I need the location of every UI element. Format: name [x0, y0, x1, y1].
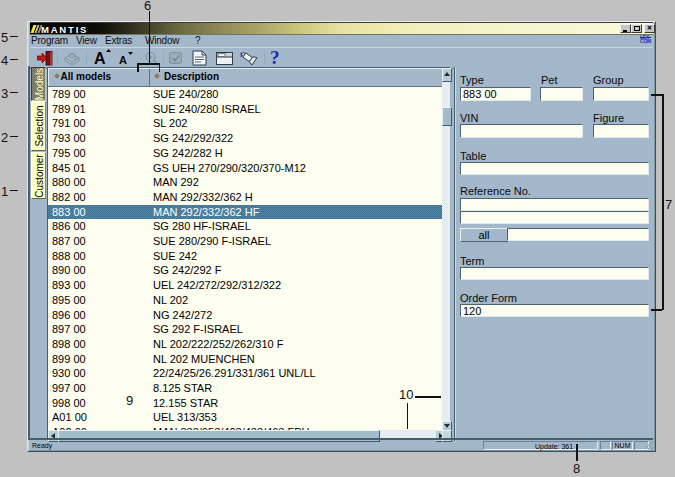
svg-text:A: A [94, 50, 106, 66]
